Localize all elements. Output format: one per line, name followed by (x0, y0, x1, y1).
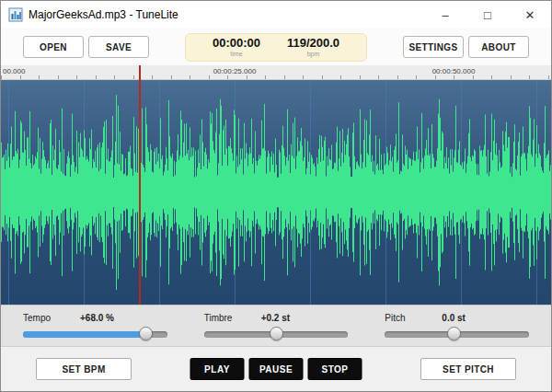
ruler-label-end: 00:00:50.000 (432, 67, 476, 75)
window-title: MajorGeeksAd.mp3 - TuneLite (29, 8, 178, 21)
file-buttons: OPEN SAVE (23, 36, 149, 58)
playback-buttons: PLAY PAUSE STOP (190, 358, 362, 380)
tempo-slider-group: Tempo +68.0 % (23, 311, 167, 346)
set-bpm-button[interactable]: SET BPM (36, 358, 132, 380)
tempo-value: +68.0 % (80, 313, 114, 323)
save-button[interactable]: SAVE (88, 36, 149, 58)
window-controls: – □ ✕ (424, 1, 551, 29)
play-button[interactable]: PLAY (190, 358, 245, 380)
ruler-label-middle: 00:00:25.000 (213, 67, 257, 75)
time-ruler[interactable]: 00.000 00:00:25.000 00:00:50.000 (1, 65, 551, 80)
slider-strip: Tempo +68.0 % Timbre +0.2 st Pitch (1, 305, 551, 347)
tempo-slider-fill (23, 331, 145, 338)
maximize-button[interactable]: □ (466, 1, 509, 29)
toolbar: OPEN SAVE 00:00:00 time 119/200.0 bpm SE… (1, 29, 551, 65)
app-icon (8, 7, 23, 22)
open-button[interactable]: OPEN (23, 36, 84, 58)
about-button[interactable]: ABOUT (468, 36, 529, 58)
titlebar: MajorGeeksAd.mp3 - TuneLite – □ ✕ (1, 1, 551, 29)
timbre-value: +0.2 st (261, 313, 290, 323)
app-window: MajorGeeksAd.mp3 - TuneLite – □ ✕ OPEN S… (0, 0, 552, 392)
bpm-value: 119/200.0 (287, 37, 339, 49)
set-pitch-button[interactable]: SET PITCH (420, 358, 516, 380)
minimize-button[interactable]: – (424, 1, 466, 29)
timbre-slider-group: Timbre +0.2 st (204, 311, 349, 346)
playhead[interactable] (139, 65, 141, 305)
timeline: 00.000 00:00:25.000 00:00:50.000 (1, 65, 551, 305)
pitch-value: 0.0 st (442, 313, 466, 323)
stop-button[interactable]: STOP (308, 358, 362, 380)
bpm-label: bpm (287, 51, 339, 57)
pitch-slider-group: Pitch 0.0 st (385, 311, 529, 346)
tempo-slider-handle[interactable] (139, 327, 153, 340)
transport-bar: SET BPM PLAY PAUSE STOP SET PITCH (1, 347, 551, 391)
tempo-label: Tempo (23, 313, 80, 323)
ruler-label-start: 00.000 (3, 67, 25, 75)
timbre-slider-handle[interactable] (270, 327, 283, 340)
time-display: 00:00:00 time (213, 37, 260, 57)
timbre-label: Timbre (204, 313, 261, 323)
waveform-canvas[interactable] (1, 80, 551, 305)
time-value: 00:00:00 (213, 37, 260, 49)
bpm-display: 119/200.0 bpm (287, 37, 339, 57)
pause-button[interactable]: PAUSE (249, 358, 304, 380)
close-button[interactable]: ✕ (509, 1, 551, 29)
app-buttons: SETTINGS ABOUT (403, 36, 529, 58)
pitch-slider-handle[interactable] (447, 327, 461, 340)
pitch-label: Pitch (385, 313, 442, 323)
waveform-area[interactable] (1, 80, 551, 305)
settings-button[interactable]: SETTINGS (403, 36, 464, 58)
time-bpm-display: 00:00:00 time 119/200.0 bpm (185, 33, 367, 62)
time-label: time (213, 51, 260, 57)
